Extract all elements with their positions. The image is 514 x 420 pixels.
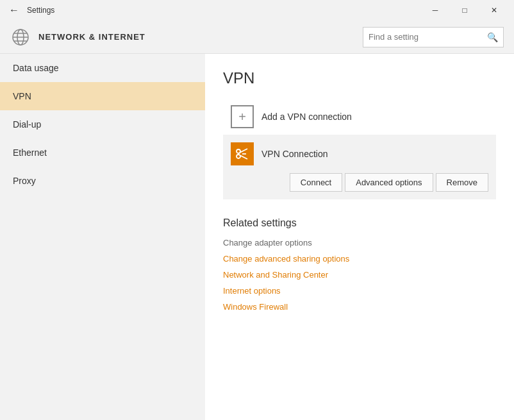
titlebar-buttons: ─ □ ✕ [420, 0, 509, 21]
remove-button[interactable]: Remove [436, 173, 488, 192]
content-area: VPN + Add a VPN connection V [205, 54, 514, 420]
internet-options-link[interactable]: Internet options [223, 286, 496, 296]
sidebar-label-data-usage: Data usage [13, 63, 59, 73]
sidebar-item-proxy[interactable]: Proxy [0, 167, 205, 195]
sidebar-item-data-usage[interactable]: Data usage [0, 54, 205, 82]
add-icon: + [231, 105, 254, 128]
svg-point-6 [236, 155, 240, 158]
svg-line-7 [240, 149, 247, 153]
sidebar-label-proxy: Proxy [13, 176, 36, 186]
vpn-connection-item: VPN Connection Connect Advanced options … [223, 135, 496, 199]
close-button[interactable]: ✕ [479, 0, 509, 21]
related-settings-title: Related settings [223, 217, 496, 229]
search-icon: 🔍 [487, 32, 498, 42]
sidebar-item-ethernet[interactable]: Ethernet [0, 139, 205, 167]
back-icon: ← [9, 4, 19, 16]
page-title: VPN [223, 69, 496, 87]
vpn-actions: Connect Advanced options Remove [231, 173, 488, 192]
sidebar-label-dial-up: Dial-up [13, 119, 41, 130]
svg-line-8 [240, 156, 247, 160]
advanced-options-button[interactable]: Advanced options [345, 173, 433, 192]
connect-button[interactable]: Connect [290, 173, 342, 192]
network-icon [10, 27, 31, 47]
change-sharing-link[interactable]: Change advanced sharing options [223, 254, 496, 264]
app-header: NETWORK & INTERNET 🔍 [0, 21, 514, 54]
search-input[interactable] [369, 32, 487, 42]
svg-point-5 [236, 149, 240, 153]
minimize-button[interactable]: ─ [420, 0, 450, 21]
network-settings-icon [12, 28, 29, 46]
sidebar-item-dial-up[interactable]: Dial-up [0, 110, 205, 139]
app-header-title: NETWORK & INTERNET [38, 32, 363, 42]
titlebar: ← Settings ─ □ ✕ [0, 0, 514, 21]
search-box: 🔍 [363, 27, 504, 47]
vpn-connection-header: VPN Connection [231, 142, 488, 165]
sidebar-item-vpn[interactable]: VPN [0, 82, 205, 110]
main-layout: Data usage VPN Dial-up Ethernet Proxy VP… [0, 54, 514, 420]
network-center-link[interactable]: Network and Sharing Center [223, 270, 496, 280]
vpn-icon-svg [235, 147, 249, 161]
change-adapter-link: Change adapter options [223, 238, 496, 248]
titlebar-title: Settings [27, 6, 54, 15]
maximize-button[interactable]: □ [450, 0, 479, 21]
vpn-connection-name: VPN Connection [261, 149, 328, 159]
sidebar-label-ethernet: Ethernet [13, 147, 47, 158]
add-vpn-label: Add a VPN connection [261, 112, 352, 122]
back-button[interactable]: ← [5, 1, 23, 19]
vpn-connection-icon [231, 142, 254, 165]
sidebar: Data usage VPN Dial-up Ethernet Proxy [0, 54, 205, 420]
windows-firewall-link[interactable]: Windows Firewall [223, 302, 496, 312]
titlebar-controls: ← Settings [5, 1, 54, 19]
add-vpn-connection[interactable]: + Add a VPN connection [223, 100, 496, 133]
sidebar-label-vpn: VPN [13, 91, 31, 101]
